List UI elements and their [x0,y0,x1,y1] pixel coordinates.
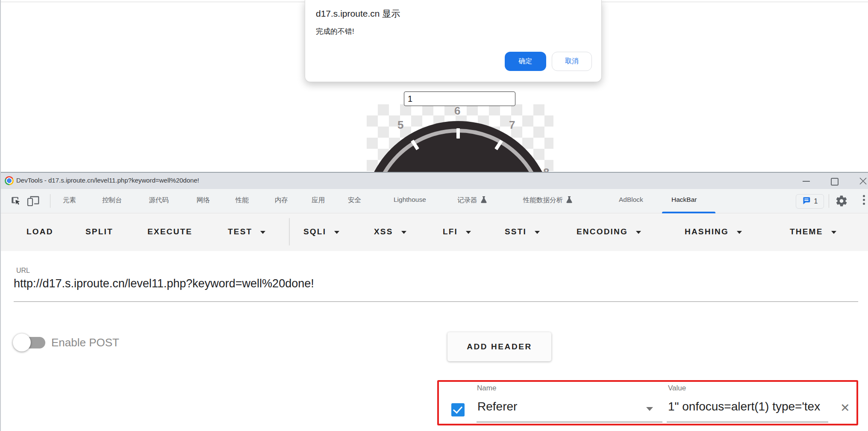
menu-encoding[interactable]: ENCODING [577,227,641,236]
devtools-window: DevTools - d17.s.iproute.cn/level11.php?… [0,172,868,431]
enable-post-toggle-knob[interactable] [13,334,31,351]
tab-lighthouse[interactable]: Lighthouse [394,196,426,204]
header-name-underline [477,422,662,422]
toolbar-divider [829,194,829,208]
menu-sqli[interactable]: SQLI [303,227,339,236]
maximize-icon[interactable] [831,178,839,186]
header-enabled-checkbox[interactable] [451,403,465,416]
clock-face [367,121,553,172]
tab-network[interactable]: 网络 [197,196,210,205]
checkmark-icon [453,404,462,414]
dialog-buttons: 确定 取消 [505,52,592,71]
menu-xss[interactable]: XSS [374,227,406,236]
header-name-dropdown-icon[interactable] [646,407,653,411]
header-name-value[interactable]: Referer [477,400,517,413]
add-header-button[interactable]: ADD HEADER [447,332,551,361]
chevron-down-icon [260,231,265,234]
tab-hackbar[interactable]: HackBar [671,196,697,204]
ok-button[interactable]: 确定 [505,52,546,71]
header-name-label: Name [477,384,496,393]
menu-load[interactable]: LOAD [26,227,53,236]
experiment-flask-icon [481,196,487,205]
menu-hashing[interactable]: HASHING [685,227,742,236]
toolbar-divider [50,194,50,208]
menu-lfi[interactable]: LFI [443,227,471,236]
chevron-down-icon [535,231,540,234]
tab-memory[interactable]: 内存 [275,196,288,205]
devtools-title: DevTools - d17.s.iproute.cn/level11.php?… [16,177,199,184]
chevron-down-icon [334,231,339,234]
remove-header-icon[interactable]: ✕ [840,401,850,415]
window-left-border [0,0,1,431]
chat-bubble-icon [802,196,811,207]
issues-counter-button[interactable]: 1 [796,194,824,209]
tab-elements[interactable]: 元素 [63,196,76,205]
clock-number-6: 6 [454,104,460,118]
hackbar-menubar: LOAD SPLIT EXECUTE TEST SQLI XSS LFI SST… [0,213,868,251]
chrome-icon [5,176,14,185]
inspect-icon[interactable] [10,195,21,208]
tab-adblock[interactable]: AdBlock [619,196,643,204]
tab-performance[interactable]: 性能 [235,196,249,205]
gear-icon[interactable] [835,195,848,209]
tab-sources[interactable]: 源代码 [149,196,169,205]
close-icon[interactable] [859,177,867,185]
screen: d17.s.iproute.cn 显示 完成的不错! 确定 取消 5 6 7 8… [0,0,868,431]
menu-divider [289,218,290,245]
menu-ssti[interactable]: SSTI [505,227,540,236]
clock-number-7: 7 [509,118,515,132]
url-field-label: URL [16,267,30,275]
header-value-label: Value [668,384,686,393]
url-field-value[interactable]: http://d17.s.iproute.cn/level11.php?keyw… [14,277,314,290]
clock-image: 5 6 7 8 [367,104,553,172]
dialog-message: 完成的不错! [316,27,354,36]
tab-security[interactable]: 安全 [348,196,361,205]
clock-number-8: 8 [543,166,549,172]
minimize-icon[interactable] [803,181,810,182]
tab-application[interactable]: 应用 [312,196,325,205]
kebab-menu-icon[interactable] [863,195,865,205]
tab-console[interactable]: 控制台 [102,196,122,205]
menu-execute[interactable]: EXECUTE [147,227,192,236]
menu-split[interactable]: SPLIT [85,227,113,236]
header-value-value[interactable]: 1" onfocus=alert(1) type='tex [668,400,820,413]
chevron-down-icon [636,231,641,234]
enable-post-label: Enable POST [51,336,119,349]
header-value-underline [667,422,828,422]
chevron-down-icon [401,231,406,234]
devtools-tabbar: 元素 控制台 源代码 网络 性能 内存 应用 安全 Lighthouse 记录器… [0,189,868,213]
url-field-underline [14,301,858,302]
issues-count: 1 [814,198,818,205]
menu-theme[interactable]: THEME [790,227,836,236]
chevron-down-icon [466,231,471,234]
devtools-titlebar: DevTools - d17.s.iproute.cn/level11.php?… [0,173,868,189]
js-alert-dialog: d17.s.iproute.cn 显示 完成的不错! 确定 取消 [305,0,602,82]
chevron-down-icon [831,231,836,234]
clock-number-5: 5 [397,118,403,132]
cancel-button[interactable]: 取消 [552,52,592,71]
menu-test[interactable]: TEST [228,227,265,236]
tab-performance-insights[interactable]: 性能数据分析 [523,196,572,205]
clock-tick-top [456,128,460,139]
device-toolbar-icon[interactable] [26,195,41,209]
chevron-down-icon [737,231,742,234]
experiment-flask-icon [566,196,572,205]
keyword-input[interactable] [404,92,515,106]
tab-recorder[interactable]: 记录器 [457,196,487,205]
dialog-title: d17.s.iproute.cn 显示 [316,8,400,20]
